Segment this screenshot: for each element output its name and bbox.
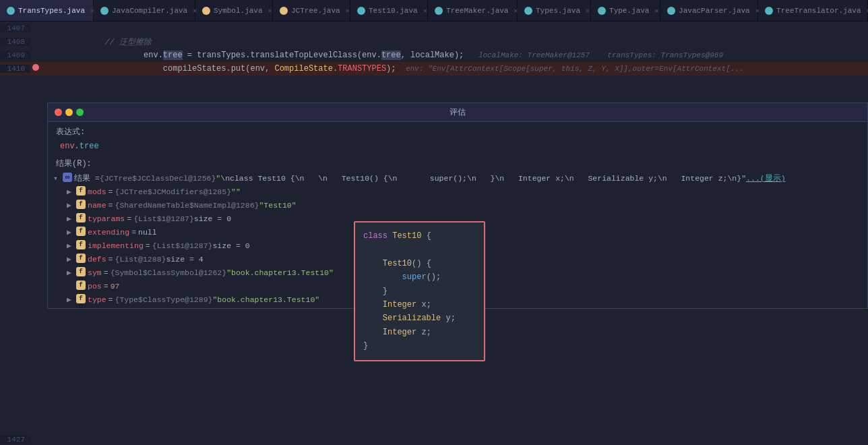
field-icon-implementing: f — [76, 240, 86, 249]
tab-types[interactable]: Types.java ✕ — [518, 0, 591, 21]
tree-expand-sym[interactable]: ▶ — [67, 267, 76, 279]
eval-title: 评估 — [450, 107, 466, 118]
tab-icon-test10 — [357, 7, 365, 15]
tab-close-test10[interactable]: ✕ — [423, 7, 427, 15]
dot-maximize[interactable] — [76, 109, 84, 116]
eval-expr-value: env.tree — [48, 139, 867, 155]
tree-expand-defs[interactable]: ▶ — [67, 254, 76, 266]
tree-node-name: ▶ f name = {SharedNameTable$NameImpl@128… — [53, 199, 862, 212]
code-line-1410: 1410 compileStates.put(env, CompileState… — [0, 62, 868, 76]
tab-close-jctree[interactable]: ✕ — [346, 7, 350, 15]
code-line-1427: 1427 — [0, 433, 868, 445]
tree-expand-mods[interactable]: ▶ — [67, 186, 76, 198]
tab-type[interactable]: Type.java ✕ — [591, 0, 660, 21]
show-more-link[interactable]: ...(显示) — [746, 173, 786, 185]
tab-treetranslator[interactable]: TreeTranslator.java ✕ — [758, 0, 868, 21]
code-line-1407: 1407 — [0, 22, 868, 35]
tree-expand-root[interactable]: ▾ — [53, 173, 63, 185]
tab-icon-treetranslator — [765, 7, 773, 15]
dot-minimize[interactable] — [65, 109, 73, 116]
tree-result-root[interactable]: ▾ ∞ 结果 = {JCTree$JCClassDecl@1256} "\ncl… — [53, 172, 862, 185]
tab-symbol[interactable]: Symbol.java ✕ — [195, 0, 273, 21]
eval-header: 评估 — [48, 103, 867, 122]
tree-expand-name[interactable]: ▶ — [67, 200, 76, 212]
breakpoint-1410 — [32, 64, 39, 71]
editor-pane: 1407 1408 // 泛型擦除 1409 env.tree = transT… — [0, 22, 868, 445]
tab-icon-javacparser — [667, 7, 675, 15]
tab-icon-javacompiler — [100, 7, 108, 15]
main-area: 1407 1408 // 泛型擦除 1409 env.tree = transT… — [0, 22, 868, 445]
field-icon-mods: f — [76, 186, 86, 196]
tab-javacompiler[interactable]: JavaCompiler.java ✕ — [94, 0, 195, 21]
tab-icon-jctree — [280, 7, 288, 15]
tree-expand-typarams[interactable]: ▶ — [67, 213, 76, 225]
field-icon-name: f — [76, 200, 86, 209]
tab-bar: TransTypes.java ✕ JavaCompiler.java ✕ Sy… — [0, 0, 868, 22]
field-icon-defs: f — [76, 254, 86, 263]
field-icon-type: f — [76, 294, 86, 303]
infinity-icon: ∞ — [63, 173, 72, 182]
tab-icon-type — [598, 7, 606, 15]
tab-treemaker[interactable]: TreeMaker.java ✕ — [428, 0, 518, 21]
tree-expand-type[interactable]: ▶ — [67, 294, 76, 306]
field-icon-extending: f — [76, 227, 86, 236]
tab-icon-transtypes — [7, 7, 15, 15]
field-icon-sym: f — [76, 267, 86, 276]
field-icon-typarams: f — [76, 213, 86, 222]
code-preview-popup: class Test10 { Test10() { super(); } Int… — [354, 221, 485, 361]
tab-icon-symbol — [202, 7, 210, 15]
tab-close-symbol[interactable]: ✕ — [268, 7, 272, 15]
bottom-lines: 1427 1428 1429 1430 1431 — [0, 433, 868, 445]
tab-icon-treemaker — [435, 7, 443, 15]
tab-close-type[interactable]: ✕ — [654, 7, 658, 15]
eval-expr-label: 表达式: — [48, 122, 867, 139]
field-icon-pos: f — [76, 280, 86, 290]
tab-transtypes[interactable]: TransTypes.java ✕ — [0, 0, 94, 21]
tab-close-types[interactable]: ✕ — [586, 7, 590, 15]
tree-node-mods: ▶ f mods = {JCTree$JCModifiers@1285} "" — [53, 185, 862, 199]
eval-window-controls — [55, 109, 84, 116]
tab-icon-types — [524, 7, 532, 15]
tab-test10[interactable]: Test10.java ✕ — [350, 0, 428, 21]
tab-javacparser[interactable]: JavacParser.java ✕ — [660, 0, 758, 21]
tree-expand-implementing[interactable]: ▶ — [67, 240, 76, 252]
eval-result-label: 结果(R): — [48, 155, 867, 171]
tree-expand-extending[interactable]: ▶ — [67, 227, 76, 239]
tab-jctree[interactable]: JCTree.java ✕ — [273, 0, 350, 21]
dot-close[interactable] — [55, 109, 62, 116]
